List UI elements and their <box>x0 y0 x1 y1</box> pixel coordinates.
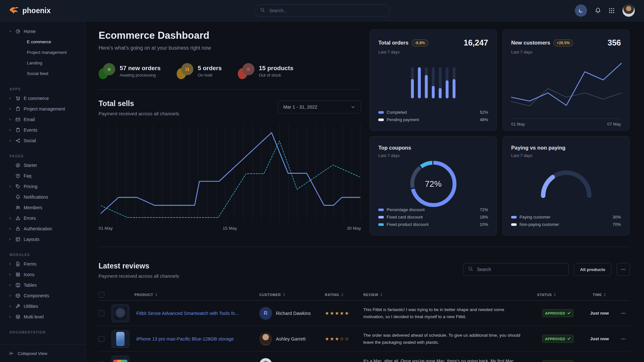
wrench-icon <box>15 304 20 309</box>
reviews-table-header: PRODUCTCUSTOMERRATINGREVIEWSTATUSTIME <box>99 289 630 300</box>
notifications-bell-icon[interactable] <box>595 7 601 14</box>
sidebar-item-label: Notifications <box>24 194 48 200</box>
all-products-button[interactable]: All products <box>574 263 611 276</box>
search-icon <box>260 7 265 14</box>
legend-swatch <box>378 111 384 114</box>
orders-bars-svg <box>411 67 455 98</box>
user-avatar[interactable] <box>622 4 635 17</box>
dashboard-left-column: Ecommerce Dashboard Here's what's going … <box>99 30 361 231</box>
product-link[interactable]: Fitbit Sense Advanced Smartwatch with To… <box>134 311 259 316</box>
sidebar-item-components[interactable]: Components <box>0 290 85 301</box>
legend-label: Paying customer <box>519 215 551 219</box>
total-orders-card: Total orders -6.8% 16,247 Last 7 days Co… <box>370 29 497 131</box>
sidebar-item-home[interactable]: Home <box>0 26 85 37</box>
collapsed-view-toggle[interactable]: Collapsed View <box>0 344 85 362</box>
sidebar-item-utilities[interactable]: Utilities <box>0 301 85 311</box>
clipboard-icon <box>15 106 20 111</box>
row-actions-button[interactable] <box>617 338 630 340</box>
row-checkbox[interactable] <box>99 336 104 342</box>
sidebar-item-authentication[interactable]: Authentication <box>0 223 85 234</box>
sidebar-item-members[interactable]: Members <box>0 202 85 213</box>
date-range-select[interactable]: Mar 1 - 31, 2022 <box>278 101 361 113</box>
sidebar-item-e-commerce[interactable]: E commerce <box>0 93 85 103</box>
status-cell: APPROVED <box>537 360 582 362</box>
sidebar-item-faq[interactable]: Faq <box>0 170 85 181</box>
sidebar-item-layouts[interactable]: Layouts <box>0 234 85 244</box>
sidebar-item-landing[interactable]: Landing <box>0 58 85 68</box>
apps-grid-icon[interactable] <box>609 8 615 13</box>
sidebar-item-email[interactable]: Email <box>0 114 85 125</box>
rating-stars: ★★★★★ <box>325 310 363 316</box>
sidebar-item-forms[interactable]: Forms <box>0 259 85 269</box>
product-image <box>111 304 129 322</box>
x-stat-icon: ✕ <box>238 63 254 79</box>
legend-swatch <box>511 216 517 218</box>
sidebar-item-label: Errors <box>24 216 36 221</box>
stat-value: 5 orders <box>198 65 222 72</box>
global-search[interactable] <box>254 4 390 17</box>
sidebar-item-label: Events <box>24 128 37 133</box>
card-title: Top coupons <box>378 145 411 151</box>
column-header-rating[interactable]: RATING <box>325 293 363 297</box>
reviews-more-button[interactable] <box>616 263 630 276</box>
coupons-legend: Percentage discount72%Fixed card discoun… <box>378 206 488 228</box>
sidebar-item-label: Forms <box>24 261 36 267</box>
x-tick-label: 15 May <box>223 226 237 231</box>
column-header-status[interactable]: STATUS <box>537 293 582 297</box>
reviews-search-input[interactable] <box>476 267 564 272</box>
sidebar-item-pricing[interactable]: Pricing <box>0 181 85 192</box>
sidebar-item-label: Members <box>24 205 42 210</box>
sidebar-item-events[interactable]: Events <box>0 125 85 135</box>
sidebar-item-project-management[interactable]: Project management <box>0 47 85 58</box>
reviews-search[interactable] <box>463 263 569 276</box>
reviews-toolbar: All products <box>463 263 630 276</box>
legend-item: Fixed card discount18% <box>378 213 488 221</box>
time-cell: Just now <box>582 336 617 341</box>
card-title: New customers <box>511 40 550 46</box>
customer-cell <box>259 358 325 362</box>
new-customers-card: New customers +26.5% 356 Last 7 days 01 … <box>503 29 630 131</box>
column-header-review[interactable]: REVIEW <box>363 293 537 297</box>
card-period: Last 7 days <box>378 50 488 54</box>
reviews-table-body: Fitbit Sense Advanced Smartwatch with To… <box>99 300 630 362</box>
sidebar-item-tables[interactable]: Tables <box>0 280 85 290</box>
section-divider <box>99 89 361 90</box>
stat-glyph: ✕ <box>242 63 254 75</box>
sidebar-item-project-management[interactable]: Project management <box>0 103 85 114</box>
row-actions-button[interactable] <box>617 313 630 314</box>
x-label-left: 01 May <box>511 122 525 127</box>
sidebar-item-multi-level[interactable]: Multi level <box>0 311 85 322</box>
pause-bar <box>188 68 189 71</box>
global-search-input[interactable] <box>269 8 384 13</box>
coupons-donut-chart: 72% <box>409 160 457 208</box>
legend-swatch <box>378 119 384 121</box>
legend-swatch <box>511 223 517 226</box>
sort-icon <box>603 293 606 297</box>
sidebar-item-label: Faq <box>24 173 31 178</box>
tag-icon <box>15 184 20 189</box>
caret-r-icon <box>9 129 12 131</box>
total-sells-svg <box>99 125 361 221</box>
sidebar-item-e-commerce[interactable]: E commerce <box>0 37 85 47</box>
brand[interactable]: phoenix <box>9 6 51 15</box>
sidebar-item-social-feed[interactable]: Social feed <box>0 68 85 79</box>
sidebar-item-icons[interactable]: Icons <box>0 269 85 280</box>
theme-toggle-button[interactable] <box>575 4 587 17</box>
sidebar-item-starter[interactable]: Starter <box>0 160 85 170</box>
column-header-product[interactable]: PRODUCT <box>134 293 259 297</box>
sort-icon <box>155 293 158 297</box>
sidebar-item-label: Icons <box>24 272 34 277</box>
sidebar-item-social[interactable]: Social <box>0 135 85 146</box>
product-link[interactable]: iPhone 13 pro max-Pacific Blue-128GB sto… <box>134 336 259 341</box>
sidebar-item-label: Social <box>24 138 36 143</box>
stat-value: 57 new orders <box>120 65 161 72</box>
select-all-checkbox[interactable] <box>99 292 104 298</box>
column-header-customer[interactable]: CUSTOMER <box>259 293 325 297</box>
sidebar-item-notifications[interactable]: Notifications <box>0 192 85 202</box>
sidebar-item-errors[interactable]: Errors <box>0 213 85 223</box>
customer-name: Ashley Garrett <box>276 336 306 341</box>
time-cell: Just now <box>582 311 617 316</box>
row-checkbox[interactable] <box>99 310 104 316</box>
sidebar-section-documentation: DOCUMENTATION <box>0 330 85 334</box>
column-header-time[interactable]: TIME <box>582 293 617 297</box>
